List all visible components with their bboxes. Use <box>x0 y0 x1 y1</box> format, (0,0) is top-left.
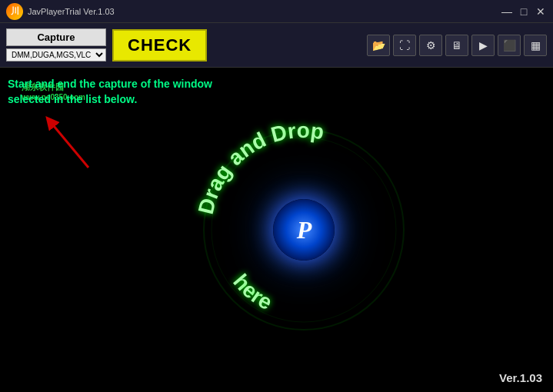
instruction-line1: Start and end the capture of the window <box>8 77 212 92</box>
drag-drop-area[interactable]: Drag and Drop here P <box>181 107 427 353</box>
folder-icon: 📂 <box>372 39 385 51</box>
fullscreen-icon: ⛶ <box>399 39 410 51</box>
grid-icon: ▦ <box>531 39 541 51</box>
stop-icon: ⬛ <box>503 39 516 51</box>
toolbar-icons: 📂 ⛶ ⚙ 🖥 ▶ ⬛ ▦ <box>367 35 547 56</box>
folder-icon-button[interactable]: 📂 <box>367 35 390 56</box>
capture-section: Capture DMM,DUGA,MGS,VLC <box>6 28 106 61</box>
grid-icon-button[interactable]: ▦ <box>524 35 547 56</box>
app-logo: 川 <box>6 3 23 20</box>
logo-text: 川 <box>11 5 19 17</box>
play-icon: ▶ <box>479 39 488 51</box>
titlebar: 川 JavPlayerTrial Ver.1.03 — □ ✕ <box>0 0 553 23</box>
monitor-icon-button[interactable]: 🖥 <box>445 35 468 56</box>
minimize-button[interactable]: — <box>501 5 513 18</box>
check-button[interactable]: CHECK <box>112 29 207 61</box>
instruction-text: Start and end the capture of the window … <box>8 77 212 107</box>
settings-icon-button[interactable]: ⚙ <box>419 35 442 56</box>
svg-line-1 <box>50 121 88 168</box>
maximize-button[interactable]: □ <box>518 5 530 18</box>
window-controls: — □ ✕ <box>501 5 547 18</box>
monitor-icon: 🖥 <box>451 39 462 51</box>
settings-icon: ⚙ <box>426 39 436 51</box>
main-area: Start and end the capture of the window … <box>0 68 553 392</box>
instruction-line2: selected in the list below. <box>8 92 212 108</box>
play-icon-button[interactable]: ▶ <box>471 35 495 56</box>
titlebar-title: JavPlayerTrial Ver.1.03 <box>28 7 115 16</box>
svg-text:here: here <box>229 270 277 315</box>
arrow-indicator <box>38 110 108 179</box>
capture-button[interactable]: Capture <box>6 28 106 46</box>
version-text: Ver.1.03 <box>499 371 542 384</box>
logo-letter: P <box>297 216 312 244</box>
close-button[interactable]: ✕ <box>535 5 547 18</box>
toolbar: Capture DMM,DUGA,MGS,VLC CHECK 📂 ⛶ ⚙ 🖥 ▶… <box>0 23 553 68</box>
stop-icon-button[interactable]: ⬛ <box>498 35 521 56</box>
center-logo: P <box>273 199 335 261</box>
capture-source-dropdown[interactable]: DMM,DUGA,MGS,VLC <box>6 48 106 61</box>
titlebar-left: 川 JavPlayerTrial Ver.1.03 <box>6 3 115 20</box>
fullscreen-icon-button[interactable]: ⛶ <box>393 35 416 56</box>
